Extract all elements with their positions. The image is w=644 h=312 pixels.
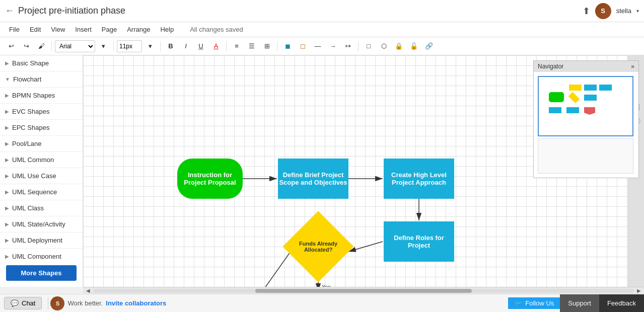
arrow-icon: ▶ — [5, 60, 9, 66]
sidebar-label-evc: EVC Shapes — [12, 108, 49, 115]
shape-button[interactable]: ⬡ — [377, 40, 391, 53]
sidebar-label-uml-component: UML Component — [12, 253, 61, 259]
sidebar-item-epc[interactable]: ▶ EPC Shapes — [0, 120, 83, 136]
bold-button[interactable]: B — [164, 40, 178, 53]
shape-instruction[interactable]: Instruction for Project Proposal — [177, 159, 243, 199]
canvas-area[interactable]: No Yes Instruction for Project Proposal … — [83, 55, 644, 287]
underline-button[interactable]: U — [194, 40, 208, 53]
sidebar-item-evc[interactable]: ▶ EVC Shapes — [0, 104, 83, 120]
unlock-button[interactable]: 🔓 — [407, 40, 421, 53]
arrow-icon: ▶ — [5, 141, 9, 146]
sidebar-label-uml-state: UML State/Activity — [12, 220, 65, 228]
divider — [48, 297, 48, 309]
chat-label: Chat — [22, 299, 35, 307]
support-label: Support — [568, 299, 591, 307]
navigator-collapse-btn[interactable]: » — [631, 63, 634, 70]
sidebar-label-bpmn: BPMN Shapes — [12, 92, 55, 99]
horizontal-scrollbar[interactable]: ◀ ▶ — [83, 287, 644, 294]
line-style-button[interactable]: — — [311, 40, 325, 53]
sidebar-item-uml-component[interactable]: ▶ UML Component — [0, 249, 83, 259]
sidebar-item-uml-state[interactable]: ▶ UML State/Activity — [0, 216, 83, 232]
nav-mini-shape — [584, 95, 597, 101]
arrow-icon: ▶ — [5, 254, 9, 259]
sidebar-label-uml-use-case: UML Use Case — [12, 172, 56, 180]
sidebar-item-basic-shape[interactable]: ▶ Basic Shape — [0, 55, 83, 71]
toolbar: ↩ ↪ 🖌 Arial ▾ ▾ B I U A ≡ ☰ ⊞ ◼ ◻ — → ↦ … — [0, 37, 644, 55]
sidebar-label-uml-sequence: UML Sequence — [12, 188, 57, 196]
sidebar-label-uml-deployment: UML Deployment — [12, 237, 62, 244]
back-button[interactable]: ← — [5, 6, 14, 16]
font-color-button[interactable]: A — [209, 40, 223, 53]
sidebar-item-uml-sequence[interactable]: ▶ UML Sequence — [0, 184, 83, 200]
twitter-icon: 🐦 — [514, 299, 522, 307]
font-size-input[interactable] — [117, 40, 142, 52]
navigator-mini[interactable] — [538, 76, 633, 136]
separator-3 — [160, 41, 161, 51]
sidebar-item-flowchart[interactable]: ▼ Flowchart — [0, 71, 83, 88]
sidebar-item-uml-common[interactable]: ▶ UML Common — [0, 152, 83, 168]
undo-button[interactable]: ↩ — [4, 40, 18, 53]
shape-funds-diamond[interactable]: Funds Already Allocated? — [282, 211, 353, 282]
menu-page[interactable]: Page — [98, 24, 121, 35]
navigator-content — [534, 72, 638, 178]
lock-button[interactable]: 🔒 — [392, 40, 406, 53]
arrow-icon: ▶ — [5, 189, 9, 195]
menu-help[interactable]: Help — [156, 24, 178, 35]
arrow-icon: ▶ — [5, 93, 9, 98]
invite-text: Work better. — [67, 299, 103, 307]
avatar: S — [595, 3, 611, 19]
nav-mini-shape — [566, 107, 579, 113]
menu-view[interactable]: View — [47, 24, 69, 35]
fill-color-button[interactable]: ◼ — [280, 40, 295, 53]
invite-collaborators-link[interactable]: Invite collaborators — [106, 299, 166, 307]
scroll-left-btn[interactable]: ◀ — [83, 288, 93, 293]
arrow-icon: ▶ — [5, 238, 9, 243]
user-name[interactable]: stella — [616, 7, 631, 15]
align-left-button[interactable]: ≡ — [230, 40, 244, 53]
sidebar-item-pool-lane[interactable]: ▶ Pool/Lane — [0, 136, 83, 152]
sidebar-item-bpmn[interactable]: ▶ BPMN Shapes — [0, 88, 83, 104]
font-dropdown-btn[interactable]: ▾ — [96, 40, 110, 53]
sidebar-item-uml-class[interactable]: ▶ UML Class — [0, 200, 83, 216]
font-family-select[interactable]: Arial — [55, 40, 95, 52]
menu-arrange[interactable]: Arrange — [123, 24, 154, 35]
chat-button[interactable]: 💬 Chat — [4, 297, 42, 309]
italic-button[interactable]: I — [179, 40, 193, 53]
shape-create-high-level[interactable]: Create High Level Project Approach — [384, 159, 454, 199]
scrollbar-thumb[interactable] — [255, 289, 472, 293]
shape-define-roles[interactable]: Define Roles for Project — [384, 221, 454, 262]
menu-file[interactable]: File — [5, 24, 24, 35]
align-button[interactable]: ☰ — [245, 40, 259, 53]
menu-insert[interactable]: Insert — [71, 24, 96, 35]
navigator: Navigator » — [533, 60, 639, 178]
user-dropdown-icon[interactable]: ▾ — [636, 8, 639, 14]
link-button[interactable]: 🔗 — [422, 40, 436, 53]
follow-us-button[interactable]: 🐦 Follow Us — [508, 297, 560, 309]
sidebar: ▶ Basic Shape ▼ Flowchart ▶ BPMN Shapes … — [0, 55, 83, 287]
sidebar-item-uml-deployment[interactable]: ▶ UML Deployment — [0, 232, 83, 249]
sidebar-item-uml-use-case[interactable]: ▶ UML Use Case — [0, 168, 83, 184]
menu-edit[interactable]: Edit — [26, 24, 45, 35]
more-shapes-button[interactable]: More Shapes — [6, 265, 77, 281]
feedback-label: Feedback — [607, 299, 636, 307]
arrow-icon: ▶ — [5, 109, 9, 114]
shape-label-diamond: Funds Already Allocated? — [293, 241, 343, 253]
sidebar-scroll: ▶ Basic Shape ▼ Flowchart ▶ BPMN Shapes … — [0, 55, 83, 259]
arrow-style-button[interactable]: → — [326, 40, 340, 53]
shape-define-brief[interactable]: Define Brief Project Scope and Objective… — [278, 159, 348, 199]
line-end-button[interactable]: ↦ — [341, 40, 355, 53]
scrollbar-track[interactable] — [93, 289, 634, 293]
menubar: File Edit View Insert Page Arrange Help … — [0, 22, 644, 37]
line-color-button[interactable]: ◻ — [296, 40, 310, 53]
shadow-button[interactable]: □ — [362, 40, 376, 53]
support-button[interactable]: Support — [560, 294, 599, 312]
sidebar-label-flowchart: Flowchart — [13, 75, 41, 83]
scroll-right-btn[interactable]: ▶ — [634, 288, 644, 293]
format-paint-button[interactable]: 🖌 — [34, 40, 48, 53]
redo-button[interactable]: ↪ — [19, 40, 33, 53]
align-right-button[interactable]: ⊞ — [260, 40, 274, 53]
font-size-dropdown-btn[interactable]: ▾ — [143, 40, 157, 53]
navigator-title: Navigator — [538, 63, 563, 70]
feedback-button[interactable]: Feedback — [599, 294, 644, 312]
share-icon[interactable]: ⬆ — [583, 6, 590, 17]
